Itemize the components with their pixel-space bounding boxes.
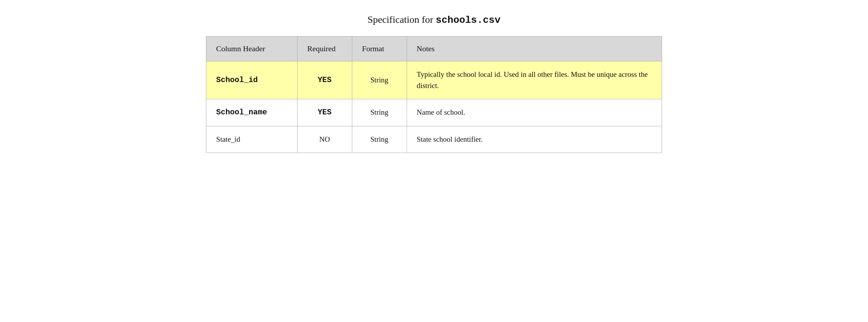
cell-format: String [352, 61, 407, 99]
col-header-format: Format [352, 36, 407, 61]
cell-required: YES [297, 61, 352, 99]
table-row: School_nameYESStringName of school. [206, 99, 662, 126]
cell-required: YES [297, 99, 352, 126]
cell-column-header: School_name [206, 99, 298, 126]
cell-required: NO [297, 126, 352, 153]
table-row: School_idYESStringTypically the school l… [206, 61, 662, 99]
cell-format: String [352, 99, 407, 126]
title-prefix: Specification for [367, 14, 435, 25]
col-header-required: Required [297, 36, 352, 61]
col-header-column-header: Column Header [206, 36, 298, 61]
table-row: State_idNOStringState school identifier. [206, 126, 662, 153]
table-header-row: Column Header Required Format Notes [206, 36, 662, 61]
cell-notes: Typically the school local id. Used in a… [407, 61, 662, 99]
page-title: Specification for schools.csv [206, 14, 662, 26]
cell-format: String [352, 126, 407, 153]
cell-column-header: School_id [206, 61, 298, 99]
cell-notes: Name of school. [407, 99, 662, 126]
cell-column-header: State_id [206, 126, 298, 153]
title-filename: schools.csv [436, 15, 501, 26]
col-header-notes: Notes [407, 36, 662, 61]
cell-notes: State school identifier. [407, 126, 662, 153]
spec-table: Column Header Required Format Notes Scho… [206, 36, 662, 153]
page-container: Specification for schools.csv Column Hea… [206, 14, 662, 153]
